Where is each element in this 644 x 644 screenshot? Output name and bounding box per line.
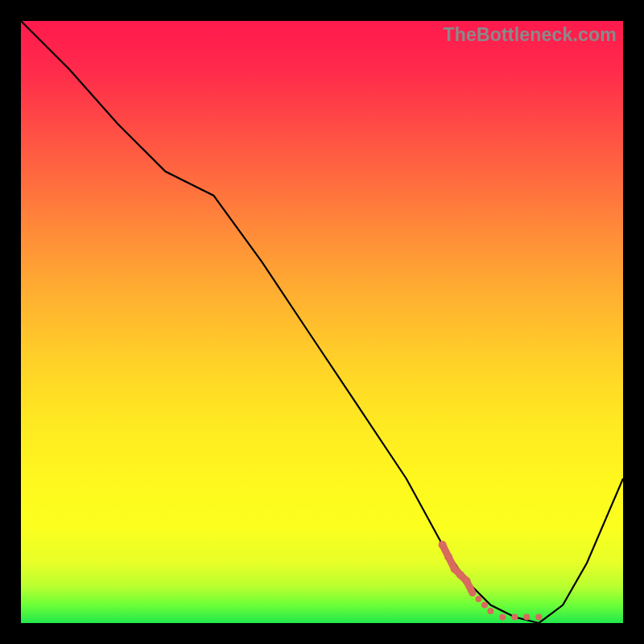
svg-point-8	[487, 608, 493, 614]
svg-point-11	[523, 614, 530, 621]
svg-point-5	[469, 590, 476, 597]
plot-area: TheBottleneck.com	[21, 21, 623, 623]
svg-point-9	[499, 614, 506, 621]
svg-point-0	[439, 541, 447, 549]
svg-point-2	[451, 565, 459, 573]
highlight-dots	[439, 541, 543, 621]
svg-point-6	[476, 596, 482, 602]
chart-svg	[21, 21, 623, 623]
svg-point-12	[535, 614, 542, 621]
svg-point-4	[463, 577, 471, 585]
watermark-text: TheBottleneck.com	[443, 24, 617, 46]
curve-path	[21, 21, 623, 623]
chart-frame: TheBottleneck.com	[0, 0, 644, 644]
svg-point-1	[444, 553, 452, 561]
svg-point-7	[481, 602, 488, 609]
svg-point-3	[456, 571, 464, 579]
svg-point-10	[511, 614, 518, 621]
